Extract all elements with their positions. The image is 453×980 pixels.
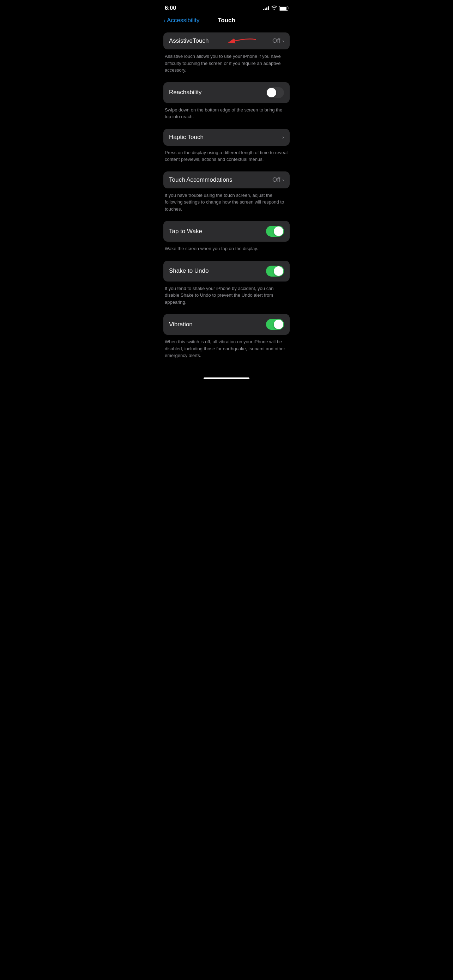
home-indicator xyxy=(203,377,250,379)
battery-icon xyxy=(279,6,288,11)
back-label: Accessibility xyxy=(167,17,200,24)
status-bar: 6:00 xyxy=(158,0,295,14)
assistive-touch-row[interactable]: AssistiveTouch Off › xyxy=(163,32,290,49)
vibration-toggle[interactable] xyxy=(266,319,284,330)
shake-to-undo-description: If you tend to shake your iPhone by acci… xyxy=(163,282,290,312)
nav-header: ‹ Accessibility Touch xyxy=(158,14,295,30)
haptic-touch-label: Haptic Touch xyxy=(169,134,203,141)
assistive-touch-value: Off › xyxy=(272,37,284,45)
assistive-touch-description: AssistiveTouch allows you to use your iP… xyxy=(163,50,290,80)
chevron-right-icon: › xyxy=(282,177,284,183)
reachability-group: Reachability Swipe down on the bottom ed… xyxy=(163,82,290,126)
touch-accommodations-label: Touch Accommodations xyxy=(169,177,232,183)
page-title: Touch xyxy=(218,17,235,24)
signal-icon xyxy=(263,6,269,10)
tap-to-wake-toggle[interactable] xyxy=(266,226,284,237)
tap-to-wake-label: Tap to Wake xyxy=(169,228,202,235)
touch-accommodations-value: Off › xyxy=(272,177,284,183)
status-time: 6:00 xyxy=(165,5,176,11)
back-chevron-icon: ‹ xyxy=(163,17,165,24)
haptic-touch-group: Haptic Touch › Press on the display usin… xyxy=(163,129,290,169)
haptic-touch-row[interactable]: Haptic Touch › xyxy=(163,129,290,146)
vibration-group: Vibration When this switch is off, all v… xyxy=(163,314,290,365)
touch-accommodations-group: Touch Accommodations Off › If you have t… xyxy=(163,172,290,218)
back-button[interactable]: ‹ Accessibility xyxy=(163,17,200,24)
chevron-right-icon: › xyxy=(282,38,284,44)
arrow-annotation xyxy=(226,36,257,46)
shake-to-undo-row[interactable]: Shake to Undo xyxy=(163,261,290,282)
wifi-icon xyxy=(271,5,277,11)
vibration-row[interactable]: Vibration xyxy=(163,314,290,335)
shake-to-undo-label: Shake to Undo xyxy=(169,267,208,274)
shake-to-undo-group: Shake to Undo If you tend to shake your … xyxy=(163,261,290,312)
reachability-description: Swipe down on the bottom edge of the scr… xyxy=(163,104,290,126)
tap-to-wake-description: Wake the screen when you tap on the disp… xyxy=(163,242,290,258)
tap-to-wake-group: Tap to Wake Wake the screen when you tap… xyxy=(163,221,290,258)
tap-to-wake-row[interactable]: Tap to Wake xyxy=(163,221,290,242)
reachability-toggle[interactable] xyxy=(266,87,284,98)
haptic-touch-description: Press on the display using a different l… xyxy=(163,146,290,169)
touch-accommodations-description: If you have trouble using the touch scre… xyxy=(163,189,290,218)
settings-content: AssistiveTouch Off › AssistiveTouch allo… xyxy=(158,30,295,371)
chevron-right-icon: › xyxy=(282,134,284,140)
assistive-touch-label: AssistiveTouch xyxy=(169,37,208,45)
reachability-row[interactable]: Reachability xyxy=(163,82,290,103)
reachability-label: Reachability xyxy=(169,89,202,96)
vibration-description: When this switch is off, all vibration o… xyxy=(163,336,290,365)
shake-to-undo-toggle[interactable] xyxy=(266,266,284,277)
touch-accommodations-row[interactable]: Touch Accommodations Off › xyxy=(163,172,290,188)
status-icons xyxy=(263,5,288,11)
assistive-touch-group: AssistiveTouch Off › AssistiveTouch allo… xyxy=(163,32,290,80)
vibration-label: Vibration xyxy=(169,321,192,328)
